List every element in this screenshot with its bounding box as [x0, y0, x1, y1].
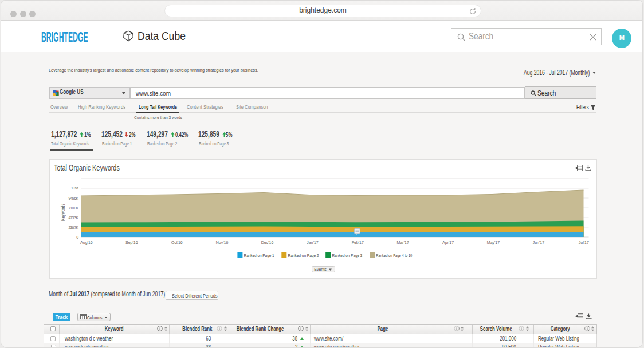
svg-text:Jun'17: Jun'17	[532, 240, 544, 244]
svg-text:Apr'17: Apr'17	[442, 240, 454, 245]
svg-text:Ranked on Page 4 to 10: Ranked on Page 4 to 10	[376, 253, 412, 258]
svg-text:May'17: May'17	[486, 240, 499, 245]
svg-text:Ranked on Page 1: Ranked on Page 1	[244, 253, 274, 258]
svg-text:Ranked on Page 3: Ranked on Page 3	[332, 253, 362, 258]
svg-text:Oct'16: Oct'16	[171, 240, 182, 244]
svg-text:710.0K: 710.0K	[68, 206, 78, 210]
svg-text:Jul'17: Jul'17	[578, 240, 588, 244]
svg-text:Feb'17: Feb'17	[351, 240, 363, 244]
svg-text:Keywords: Keywords	[60, 204, 66, 221]
svg-text:Nov'16: Nov'16	[215, 240, 228, 244]
svg-text:Mar'17: Mar'17	[396, 240, 409, 244]
svg-text:Jan'17: Jan'17	[307, 240, 319, 244]
svg-text:Ranked on Page 2: Ranked on Page 2	[288, 253, 319, 258]
svg-text:Events: Events	[314, 267, 327, 271]
svg-text:946.6K: 946.6K	[68, 196, 78, 200]
svg-text:0: 0	[76, 235, 78, 239]
svg-text:1.2M: 1.2M	[71, 186, 78, 190]
svg-text:Aug'16: Aug'16	[80, 240, 93, 245]
svg-text:Sep'16: Sep'16	[125, 240, 138, 245]
svg-text:Dec'16: Dec'16	[261, 240, 273, 244]
svg-text:236.7K: 236.7K	[68, 226, 78, 230]
svg-text:473.3K: 473.3K	[68, 216, 78, 220]
